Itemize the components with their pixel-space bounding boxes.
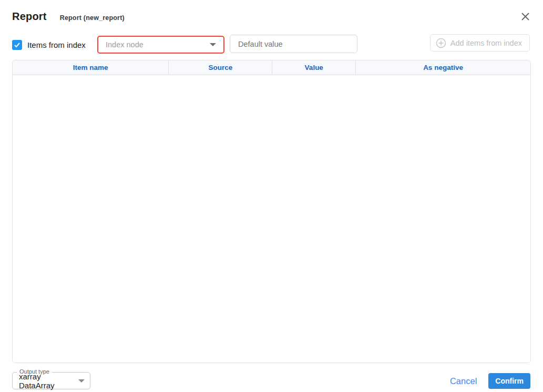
default-value-input[interactable]	[230, 35, 357, 53]
confirm-button[interactable]: Confirm	[488, 373, 530, 389]
index-node-select[interactable]: Index node	[97, 36, 224, 54]
controls-row: Items from index Index node Add items fr…	[12, 34, 530, 53]
items-table: Item name Source Value As negative	[12, 60, 531, 363]
index-node-placeholder: Index node	[106, 40, 210, 49]
column-header-source: Source	[169, 60, 272, 75]
table-header-row: Item name Source Value As negative	[13, 60, 530, 75]
column-header-item-name: Item name	[13, 60, 169, 75]
add-items-button-label: Add items from index	[450, 39, 522, 47]
chevron-down-icon	[210, 43, 216, 46]
add-items-from-index-button[interactable]: Add items from index	[430, 34, 530, 51]
dialog-subtitle: Report (new_report)	[60, 14, 125, 22]
cancel-button[interactable]: Cancel	[450, 376, 477, 386]
column-header-value: Value	[272, 60, 356, 75]
close-icon	[521, 12, 530, 21]
plus-circle-icon	[436, 38, 446, 48]
column-header-as-negative: As negative	[356, 60, 530, 75]
output-type-label: Output type	[17, 368, 52, 375]
table-body-empty	[13, 75, 530, 363]
chevron-down-icon	[78, 379, 85, 383]
page-title: Report	[12, 11, 47, 23]
footer-actions: Cancel Confirm	[450, 373, 530, 389]
items-from-index-checkbox[interactable]	[12, 40, 22, 50]
check-icon	[14, 42, 21, 48]
output-type-select[interactable]: Output type xarray DataArray	[12, 372, 90, 389]
close-button[interactable]	[520, 11, 530, 22]
items-from-index-option: Items from index	[12, 40, 86, 50]
items-from-index-label: Items from index	[27, 40, 86, 49]
dialog-header: Report Report (new_report)	[12, 11, 530, 23]
